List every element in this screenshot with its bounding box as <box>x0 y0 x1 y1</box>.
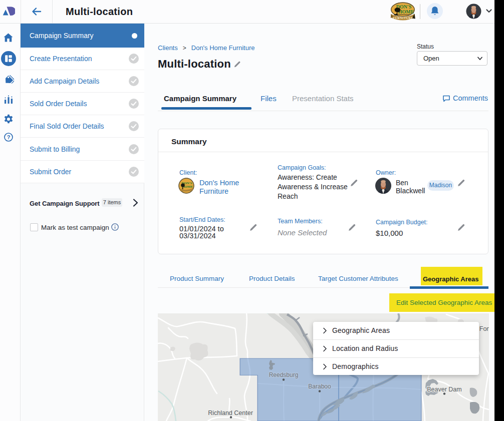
svg-text:Fond: Fond <box>479 325 489 332</box>
svg-text:Reedsburg: Reedsburg <box>269 371 299 378</box>
svg-text:FURNITURE: FURNITURE <box>393 16 413 20</box>
svg-text:Beaver Dam: Beaver Dam <box>427 386 461 393</box>
svg-text:Baraboo: Baraboo <box>308 383 331 390</box>
svg-text:Richland Center: Richland Center <box>208 409 253 416</box>
svg-text:?: ? <box>7 134 11 140</box>
